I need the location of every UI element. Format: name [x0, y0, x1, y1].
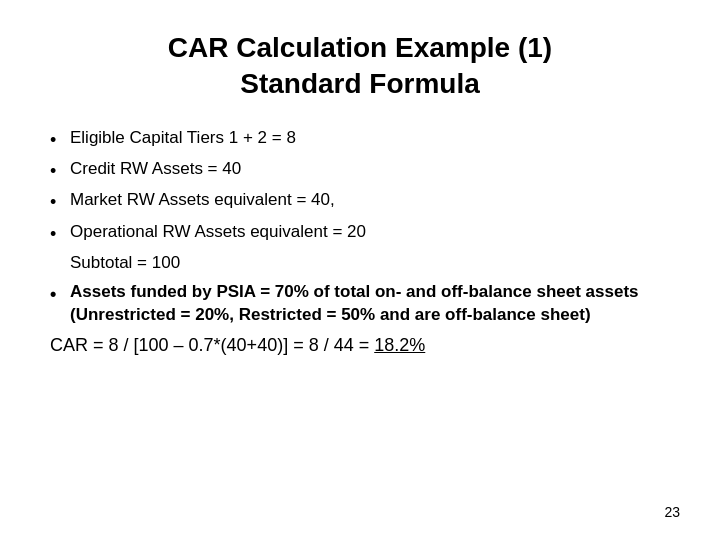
- bullet-item-1: • Eligible Capital Tiers 1 + 2 = 8: [50, 127, 680, 152]
- bullet-item-2: • Credit RW Assets = 40: [50, 158, 680, 183]
- car-formula: CAR = 8 / [100 – 0.7*(40+40)] = 8 / 44 =…: [50, 333, 680, 358]
- bullet-list: • Eligible Capital Tiers 1 + 2 = 8 • Cre…: [50, 127, 680, 246]
- bullet-dot-3: •: [50, 189, 70, 214]
- bullet-text-2: Credit RW Assets = 40: [70, 158, 680, 181]
- bullet-text-4: Operational RW Assets equivalent = 20: [70, 221, 680, 244]
- title-section: CAR Calculation Example (1) Standard For…: [40, 30, 680, 103]
- page: CAR Calculation Example (1) Standard For…: [0, 0, 720, 540]
- bullet-text-3: Market RW Assets equivalent = 40,: [70, 189, 680, 212]
- bullet-item-3: • Market RW Assets equivalent = 40,: [50, 189, 680, 214]
- formula-text-before: CAR = 8 / [100 – 0.7*(40+40)] = 8 / 44 =: [50, 335, 374, 355]
- bullet-dot-1: •: [50, 127, 70, 152]
- bullet-text-assets: Assets funded by PSIA = 70% of total on-…: [70, 281, 680, 327]
- bullet-item-4: • Operational RW Assets equivalent = 20: [50, 221, 680, 246]
- formula-result: 18.2%: [374, 335, 425, 355]
- title-line2: Standard Formula: [40, 66, 680, 102]
- page-number: 23: [40, 496, 680, 520]
- bullet-dot-2: •: [50, 158, 70, 183]
- bullet-item-assets: • Assets funded by PSIA = 70% of total o…: [50, 281, 680, 327]
- bullet-dot-assets: •: [50, 281, 70, 306]
- subtotal-line: Subtotal = 100: [70, 252, 680, 275]
- title-line1: CAR Calculation Example (1): [40, 30, 680, 66]
- bullet-text-1: Eligible Capital Tiers 1 + 2 = 8: [70, 127, 680, 150]
- content-section: • Eligible Capital Tiers 1 + 2 = 8 • Cre…: [40, 127, 680, 496]
- bullet-dot-4: •: [50, 221, 70, 246]
